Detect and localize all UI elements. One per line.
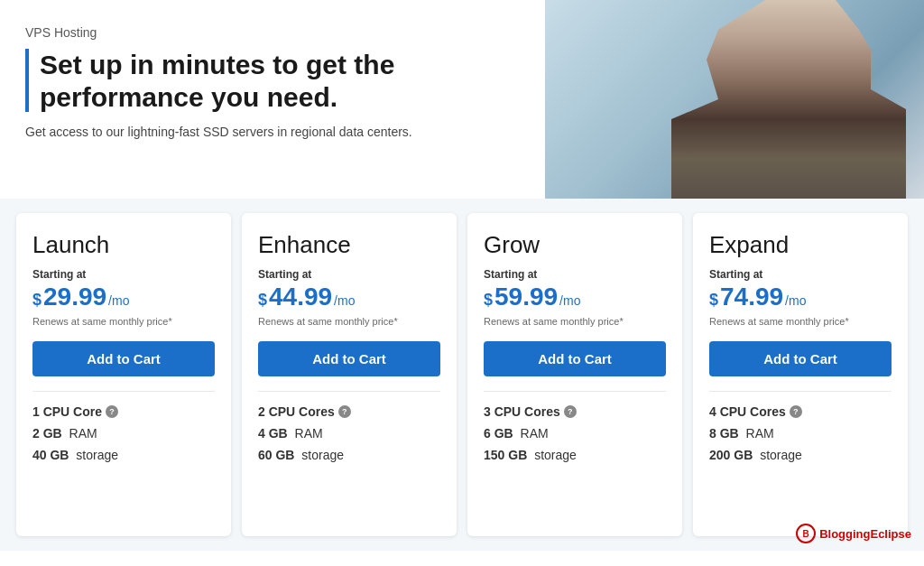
- plan-card-expand: Expand Starting at $ 74.99 /mo Renews at…: [693, 213, 908, 536]
- starting-at-label-grow: Starting at: [484, 268, 666, 281]
- hero-title: Set up in minutes to get the performance…: [40, 49, 509, 114]
- hero-section: VPS Hosting Set up in minutes to get the…: [0, 0, 924, 199]
- ram-spec-enhance: 4 GB RAM: [258, 426, 440, 441]
- price-dollar-launch: $: [32, 291, 42, 310]
- divider-expand: [709, 391, 892, 392]
- add-to-cart-button-grow[interactable]: Add to Cart: [484, 341, 666, 376]
- watermark-text: BloggingEclipse: [819, 527, 911, 541]
- divider-launch: [32, 391, 215, 392]
- cpu-spec-enhance: 2 CPU Cores ?: [258, 404, 440, 419]
- storage-value-expand: 200 GB: [709, 448, 753, 462]
- storage-spec-launch: 40 GB storage: [32, 448, 215, 462]
- cpu-spec-grow: 3 CPU Cores ?: [484, 404, 666, 419]
- price-row-enhance: $ 44.99 /mo: [258, 283, 440, 311]
- renews-text-launch: Renews at same monthly price*: [32, 315, 215, 329]
- price-period-expand: /mo: [785, 293, 806, 308]
- cpu-cores-enhance: 2 CPU Cores: [258, 404, 335, 419]
- starting-at-label-enhance: Starting at: [258, 268, 440, 281]
- plan-name-launch: Launch: [32, 231, 215, 259]
- cpu-help-icon-enhance[interactable]: ?: [338, 405, 351, 418]
- plans-section: Launch Starting at $ 29.99 /mo Renews at…: [0, 199, 924, 551]
- price-dollar-expand: $: [709, 291, 718, 310]
- price-period-grow: /mo: [559, 293, 580, 308]
- ram-value-grow: 6 GB: [484, 426, 513, 441]
- price-row-grow: $ 59.99 /mo: [484, 283, 666, 311]
- add-to-cart-button-launch[interactable]: Add to Cart: [32, 341, 215, 376]
- starting-at-label-expand: Starting at: [709, 268, 892, 281]
- hero-subtitle: Get access to our lightning-fast SSD ser…: [25, 125, 531, 139]
- cpu-spec-expand: 4 CPU Cores ?: [709, 404, 892, 419]
- ram-spec-expand: 8 GB RAM: [709, 426, 892, 441]
- cpu-help-icon-expand[interactable]: ?: [790, 405, 802, 418]
- plan-card-launch: Launch Starting at $ 29.99 /mo Renews at…: [16, 213, 231, 536]
- divider-enhance: [258, 391, 440, 392]
- ram-spec-launch: 2 GB RAM: [32, 426, 215, 441]
- watermark-logo: B: [796, 524, 816, 543]
- watermark: B BloggingEclipse: [796, 524, 911, 543]
- renews-text-grow: Renews at same monthly price*: [484, 315, 666, 329]
- price-amount-expand: 74.99: [720, 283, 783, 311]
- storage-spec-grow: 150 GB storage: [484, 448, 666, 462]
- renews-text-enhance: Renews at same monthly price*: [258, 315, 440, 329]
- price-amount-grow: 59.99: [494, 283, 558, 311]
- add-to-cart-button-enhance[interactable]: Add to Cart: [258, 341, 440, 376]
- renews-text-expand: Renews at same monthly price*: [709, 315, 892, 329]
- storage-spec-expand: 200 GB storage: [709, 448, 892, 462]
- plan-name-expand: Expand: [709, 231, 892, 259]
- price-amount-enhance: 44.99: [269, 283, 332, 311]
- plan-name-enhance: Enhance: [258, 231, 440, 259]
- price-amount-launch: 29.99: [43, 283, 106, 311]
- ram-value-enhance: 4 GB: [258, 426, 288, 441]
- ram-value-expand: 8 GB: [709, 426, 739, 441]
- price-period-enhance: /mo: [334, 293, 355, 308]
- blue-accent-bar: [25, 49, 29, 112]
- cpu-cores-launch: 1 CPU Core: [32, 404, 102, 419]
- plan-card-enhance: Enhance Starting at $ 44.99 /mo Renews a…: [242, 213, 457, 536]
- storage-value-launch: 40 GB: [32, 448, 69, 462]
- cpu-cores-grow: 3 CPU Cores: [484, 404, 560, 419]
- divider-grow: [484, 391, 666, 392]
- price-dollar-grow: $: [484, 291, 493, 310]
- price-period-launch: /mo: [108, 293, 129, 308]
- cpu-help-icon-launch[interactable]: ?: [106, 405, 118, 418]
- ram-value-launch: 2 GB: [32, 426, 62, 441]
- plan-name-grow: Grow: [484, 231, 666, 259]
- cpu-help-icon-grow[interactable]: ?: [564, 405, 577, 418]
- price-row-expand: $ 74.99 /mo: [709, 283, 892, 311]
- hero-image: [545, 0, 924, 199]
- price-row-launch: $ 29.99 /mo: [32, 283, 215, 311]
- storage-value-enhance: 60 GB: [258, 448, 294, 462]
- add-to-cart-button-expand[interactable]: Add to Cart: [709, 341, 892, 376]
- storage-spec-enhance: 60 GB storage: [258, 448, 440, 462]
- cpu-spec-launch: 1 CPU Core ?: [32, 404, 215, 419]
- ram-spec-grow: 6 GB RAM: [484, 426, 666, 441]
- storage-value-grow: 150 GB: [484, 448, 527, 462]
- starting-at-label-launch: Starting at: [32, 268, 215, 281]
- cpu-cores-expand: 4 CPU Cores: [709, 404, 786, 419]
- price-dollar-enhance: $: [258, 291, 267, 310]
- plan-card-grow: Grow Starting at $ 59.99 /mo Renews at s…: [467, 213, 682, 536]
